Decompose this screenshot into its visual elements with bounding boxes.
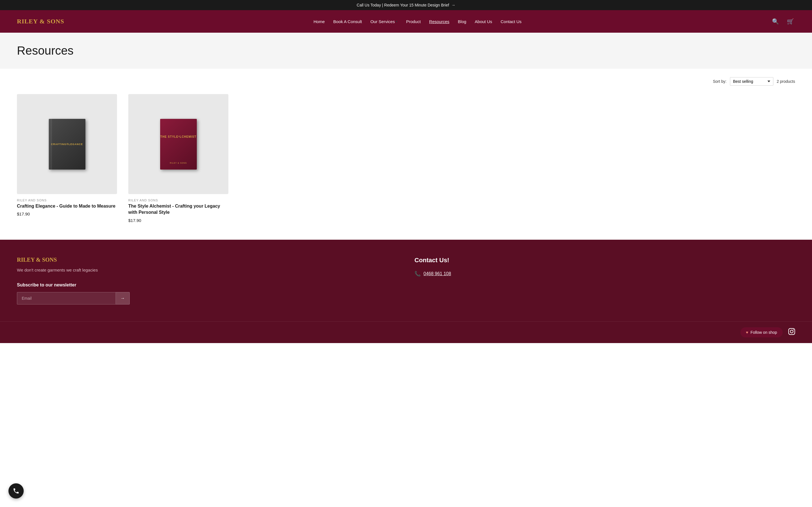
nav-resources[interactable]: Resources	[429, 19, 449, 24]
contact-heading: Contact Us!	[414, 257, 795, 264]
announcement-arrow: →	[451, 3, 455, 7]
instagram-icon[interactable]	[788, 328, 795, 337]
contact-phone: 📞 0468 961 108	[414, 271, 795, 277]
site-logo[interactable]: RILEY & SONS	[17, 18, 64, 25]
product-vendor: RILEY AND SONS	[17, 199, 117, 202]
sort-bar: Sort by: Best selling Price: Low to High…	[17, 77, 795, 86]
product-card[interactable]: RILEY AND SONS Crafting Elegance - Guide…	[17, 94, 117, 223]
product-vendor: RILEY AND SONS	[128, 199, 229, 202]
footer-logo: RILEY & SONS	[17, 257, 398, 263]
book-cover-crafting	[49, 119, 86, 170]
announcement-bar: Call Us Today | Redeem Your 15 Minute De…	[0, 0, 812, 10]
page-title: Resources	[17, 44, 795, 57]
site-footer: RILEY & SONS We don't create garments we…	[0, 240, 812, 321]
nav-home[interactable]: Home	[313, 19, 325, 24]
cart-button[interactable]: 🛒	[786, 17, 795, 26]
email-input[interactable]	[17, 292, 116, 304]
nav-our-services[interactable]: Our Services ▾	[370, 19, 398, 24]
nav-contact-us[interactable]: Contact Us	[501, 19, 522, 24]
product-image-wrapper	[17, 94, 117, 194]
sort-label: Sort by:	[713, 79, 726, 83]
nav-blog[interactable]: Blog	[458, 19, 466, 24]
page-title-section: Resources	[0, 33, 812, 69]
chevron-down-icon: ▾	[396, 20, 398, 23]
header-icons: 🔍 🛒	[771, 17, 795, 26]
phone-link[interactable]: 0468 961 108	[423, 271, 451, 276]
main-nav: Home Book A Consult Our Services ▾ Produ…	[313, 19, 522, 24]
book-cover-alchemist	[160, 119, 197, 170]
product-title: Crafting Elegance - Guide to Made to Mea…	[17, 203, 117, 209]
announcement-text: Call Us Today | Redeem Your 15 Minute De…	[357, 3, 449, 7]
heart-icon: ♥	[746, 330, 748, 335]
product-price: $17.90	[17, 212, 117, 216]
main-content: Sort by: Best selling Price: Low to High…	[0, 69, 812, 240]
footer-right: Contact Us! 📞 0468 961 108	[414, 257, 795, 304]
products-count: 2 products	[777, 79, 795, 83]
newsletter-submit[interactable]: →	[116, 292, 130, 304]
sort-select[interactable]: Best selling Price: Low to High Price: H…	[730, 77, 773, 86]
newsletter-form: →	[17, 292, 130, 304]
nav-product[interactable]: Product	[406, 19, 421, 24]
product-grid: RILEY AND SONS Crafting Elegance - Guide…	[17, 94, 229, 223]
cart-icon: 🛒	[787, 18, 794, 24]
product-image-wrapper	[128, 94, 229, 194]
footer-tagline: We don't create garments we craft legaci…	[17, 268, 398, 272]
follow-on-shop-button[interactable]: ♥ Follow on shop	[741, 327, 783, 337]
footer-grid: RILEY & SONS We don't create garments we…	[17, 257, 795, 304]
nav-our-services-link[interactable]: Our Services	[370, 19, 395, 24]
product-price: $17.90	[128, 218, 229, 223]
search-icon: 🔍	[772, 18, 779, 24]
product-card[interactable]: RILEY AND SONS The Style Alchemist - Cra…	[128, 94, 229, 223]
footer-bottom: ♥ Follow on shop	[0, 321, 812, 343]
nav-book-consult[interactable]: Book A Consult	[333, 19, 362, 24]
newsletter-heading: Subscribe to our newsletter	[17, 283, 398, 288]
nav-about-us[interactable]: About Us	[475, 19, 492, 24]
search-button[interactable]: 🔍	[771, 17, 780, 26]
site-header: RILEY & SONS Home Book A Consult Our Ser…	[0, 10, 812, 33]
footer-left: RILEY & SONS We don't create garments we…	[17, 257, 398, 304]
phone-icon: 📞	[414, 271, 421, 277]
follow-shop-label: Follow on shop	[751, 330, 777, 335]
product-title: The Style Alchemist - Crafting your Lega…	[128, 203, 229, 216]
